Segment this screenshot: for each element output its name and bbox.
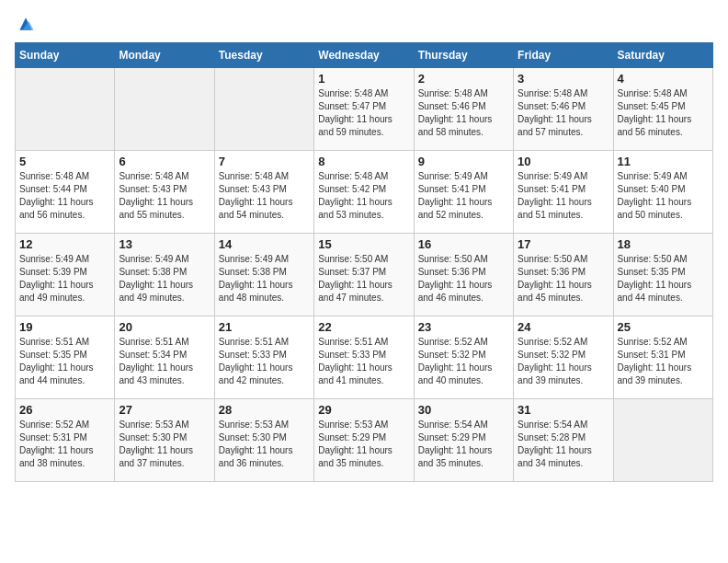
- calendar-cell: 31Sunrise: 5:54 AMSunset: 5:28 PMDayligh…: [514, 399, 613, 482]
- cell-info: Sunrise: 5:50 AMSunset: 5:36 PMDaylight:…: [418, 253, 509, 304]
- cell-info: Sunrise: 5:49 AMSunset: 5:40 PMDaylight:…: [618, 170, 709, 222]
- cell-info: Sunrise: 5:53 AMSunset: 5:30 PMDaylight:…: [219, 419, 310, 470]
- day-header-tuesday: Tuesday: [214, 43, 313, 68]
- calendar-cell: 9Sunrise: 5:49 AMSunset: 5:41 PMDaylight…: [414, 151, 513, 234]
- cell-info: Sunrise: 5:50 AMSunset: 5:36 PMDaylight:…: [518, 253, 609, 304]
- day-number: 18: [618, 237, 709, 251]
- cell-info: Sunrise: 5:50 AMSunset: 5:37 PMDaylight:…: [318, 253, 409, 304]
- day-number: 29: [318, 403, 409, 417]
- cell-info: Sunrise: 5:53 AMSunset: 5:30 PMDaylight:…: [119, 419, 210, 470]
- day-number: 17: [518, 237, 609, 251]
- day-header-thursday: Thursday: [414, 43, 513, 68]
- cell-info: Sunrise: 5:51 AMSunset: 5:33 PMDaylight:…: [219, 336, 310, 387]
- cell-info: Sunrise: 5:48 AMSunset: 5:46 PMDaylight:…: [418, 87, 509, 139]
- day-number: 8: [318, 155, 409, 168]
- calendar-cell: 15Sunrise: 5:50 AMSunset: 5:37 PMDayligh…: [314, 234, 414, 316]
- calendar-cell: 10Sunrise: 5:49 AMSunset: 5:41 PMDayligh…: [514, 151, 613, 234]
- day-number: 3: [518, 72, 609, 86]
- calendar-cell: 3Sunrise: 5:48 AMSunset: 5:46 PMDaylight…: [514, 68, 613, 151]
- calendar-cell: 13Sunrise: 5:49 AMSunset: 5:38 PMDayligh…: [115, 234, 214, 316]
- day-number: 14: [219, 237, 310, 251]
- calendar-cell: 4Sunrise: 5:48 AMSunset: 5:45 PMDaylight…: [613, 68, 712, 151]
- calendar-cell: [613, 399, 712, 482]
- day-number: 1: [318, 72, 409, 86]
- calendar-cell: 20Sunrise: 5:51 AMSunset: 5:34 PMDayligh…: [115, 316, 214, 399]
- calendar-cell: 12Sunrise: 5:49 AMSunset: 5:39 PMDayligh…: [16, 234, 115, 316]
- calendar-cell: 30Sunrise: 5:54 AMSunset: 5:29 PMDayligh…: [414, 399, 513, 482]
- day-number: 23: [418, 320, 509, 334]
- cell-info: Sunrise: 5:49 AMSunset: 5:38 PMDaylight:…: [119, 253, 210, 304]
- calendar-cell: 25Sunrise: 5:52 AMSunset: 5:31 PMDayligh…: [613, 316, 712, 399]
- day-number: 13: [119, 237, 210, 251]
- day-number: 9: [418, 155, 509, 168]
- day-header-friday: Friday: [514, 43, 613, 68]
- calendar-cell: 7Sunrise: 5:48 AMSunset: 5:43 PMDaylight…: [214, 151, 313, 234]
- day-number: 11: [618, 155, 709, 168]
- cell-info: Sunrise: 5:50 AMSunset: 5:35 PMDaylight:…: [618, 253, 709, 304]
- calendar-cell: 23Sunrise: 5:52 AMSunset: 5:32 PMDayligh…: [414, 316, 513, 399]
- day-header-monday: Monday: [115, 43, 214, 68]
- calendar-cell: 28Sunrise: 5:53 AMSunset: 5:30 PMDayligh…: [214, 399, 313, 482]
- day-number: 30: [418, 403, 509, 417]
- day-number: 19: [19, 320, 110, 334]
- cell-info: Sunrise: 5:49 AMSunset: 5:38 PMDaylight:…: [219, 253, 310, 304]
- cell-info: Sunrise: 5:54 AMSunset: 5:28 PMDaylight:…: [518, 419, 609, 470]
- cell-info: Sunrise: 5:49 AMSunset: 5:41 PMDaylight:…: [518, 170, 609, 222]
- day-number: 15: [318, 237, 409, 251]
- calendar-cell: [16, 68, 115, 151]
- cell-info: Sunrise: 5:48 AMSunset: 5:45 PMDaylight:…: [618, 87, 709, 139]
- cell-info: Sunrise: 5:48 AMSunset: 5:43 PMDaylight:…: [219, 170, 310, 222]
- calendar-week-row: 12Sunrise: 5:49 AMSunset: 5:39 PMDayligh…: [16, 234, 713, 316]
- day-number: 22: [318, 320, 409, 334]
- calendar-week-row: 19Sunrise: 5:51 AMSunset: 5:35 PMDayligh…: [16, 316, 713, 399]
- cell-info: Sunrise: 5:53 AMSunset: 5:29 PMDaylight:…: [318, 419, 409, 470]
- calendar-cell: 16Sunrise: 5:50 AMSunset: 5:36 PMDayligh…: [414, 234, 513, 316]
- calendar-cell: 27Sunrise: 5:53 AMSunset: 5:30 PMDayligh…: [115, 399, 214, 482]
- calendar-cell: 5Sunrise: 5:48 AMSunset: 5:44 PMDaylight…: [16, 151, 115, 234]
- calendar-cell: 22Sunrise: 5:51 AMSunset: 5:33 PMDayligh…: [314, 316, 414, 399]
- cell-info: Sunrise: 5:51 AMSunset: 5:35 PMDaylight:…: [19, 336, 110, 387]
- calendar-cell: 18Sunrise: 5:50 AMSunset: 5:35 PMDayligh…: [613, 234, 712, 316]
- cell-info: Sunrise: 5:52 AMSunset: 5:31 PMDaylight:…: [618, 336, 709, 387]
- day-header-saturday: Saturday: [613, 43, 712, 68]
- cell-info: Sunrise: 5:51 AMSunset: 5:34 PMDaylight:…: [119, 336, 210, 387]
- day-number: 25: [618, 320, 709, 334]
- logo: [15, 15, 35, 33]
- calendar-cell: 17Sunrise: 5:50 AMSunset: 5:36 PMDayligh…: [514, 234, 613, 316]
- cell-info: Sunrise: 5:52 AMSunset: 5:32 PMDaylight:…: [518, 336, 609, 387]
- day-header-sunday: Sunday: [16, 43, 115, 68]
- calendar-cell: 2Sunrise: 5:48 AMSunset: 5:46 PMDaylight…: [414, 68, 513, 151]
- calendar-cell: 19Sunrise: 5:51 AMSunset: 5:35 PMDayligh…: [16, 316, 115, 399]
- cell-info: Sunrise: 5:48 AMSunset: 5:47 PMDaylight:…: [318, 87, 409, 139]
- calendar-cell: [214, 68, 313, 151]
- calendar-cell: 24Sunrise: 5:52 AMSunset: 5:32 PMDayligh…: [514, 316, 613, 399]
- calendar-week-row: 1Sunrise: 5:48 AMSunset: 5:47 PMDaylight…: [16, 68, 713, 151]
- calendar-cell: 1Sunrise: 5:48 AMSunset: 5:47 PMDaylight…: [314, 68, 414, 151]
- calendar-cell: 6Sunrise: 5:48 AMSunset: 5:43 PMDaylight…: [115, 151, 214, 234]
- day-number: 28: [219, 403, 310, 417]
- cell-info: Sunrise: 5:48 AMSunset: 5:46 PMDaylight:…: [518, 87, 609, 139]
- calendar-cell: 8Sunrise: 5:48 AMSunset: 5:42 PMDaylight…: [314, 151, 414, 234]
- day-number: 5: [19, 155, 110, 168]
- cell-info: Sunrise: 5:48 AMSunset: 5:43 PMDaylight:…: [119, 170, 210, 222]
- day-number: 16: [418, 237, 509, 251]
- day-number: 10: [518, 155, 609, 168]
- day-number: 26: [19, 403, 110, 417]
- day-number: 7: [219, 155, 310, 168]
- calendar-cell: 14Sunrise: 5:49 AMSunset: 5:38 PMDayligh…: [214, 234, 313, 316]
- day-number: 31: [518, 403, 609, 417]
- cell-info: Sunrise: 5:48 AMSunset: 5:44 PMDaylight:…: [19, 170, 110, 222]
- day-number: 6: [119, 155, 210, 168]
- day-header-wednesday: Wednesday: [314, 43, 414, 68]
- day-number: 21: [219, 320, 310, 334]
- day-number: 20: [119, 320, 210, 334]
- day-number: 12: [19, 237, 110, 251]
- cell-info: Sunrise: 5:54 AMSunset: 5:29 PMDaylight:…: [418, 419, 509, 470]
- calendar-cell: [115, 68, 214, 151]
- calendar-cell: 11Sunrise: 5:49 AMSunset: 5:40 PMDayligh…: [613, 151, 712, 234]
- calendar-week-row: 5Sunrise: 5:48 AMSunset: 5:44 PMDaylight…: [16, 151, 713, 234]
- cell-info: Sunrise: 5:49 AMSunset: 5:39 PMDaylight:…: [19, 253, 110, 304]
- day-number: 2: [418, 72, 509, 86]
- calendar-cell: 29Sunrise: 5:53 AMSunset: 5:29 PMDayligh…: [314, 399, 414, 482]
- page-header: [15, 15, 713, 33]
